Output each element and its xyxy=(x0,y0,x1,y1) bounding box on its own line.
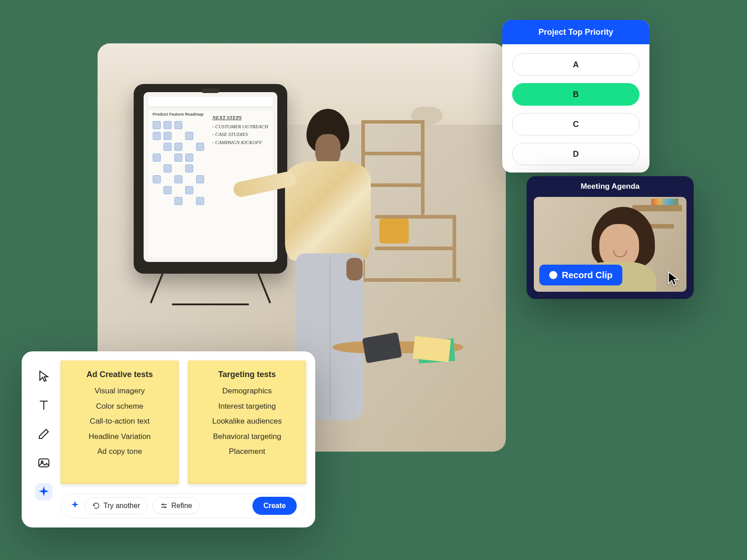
sticky-2-title: Targeting tests xyxy=(194,369,300,381)
handwritten-notes: NEXT STEPS - CUSTOMER OUTREACH - CASE ST… xyxy=(212,114,268,146)
poll-title: Project Top Priority xyxy=(502,20,649,44)
poll-option-a[interactable]: A xyxy=(512,53,640,76)
create-button[interactable]: Create xyxy=(252,497,297,515)
refine-button[interactable]: Refine xyxy=(152,497,200,514)
try-another-button[interactable]: Try another xyxy=(84,497,148,514)
refresh-icon xyxy=(92,502,100,510)
pen-tool[interactable] xyxy=(35,425,52,443)
image-tool[interactable] xyxy=(35,454,52,471)
text-tool[interactable] xyxy=(35,397,52,414)
cursor-icon xyxy=(668,271,680,285)
sticky-note-2[interactable]: Targeting tests Demographics Interest ta… xyxy=(188,360,306,484)
sparkle-icon xyxy=(70,500,80,512)
poll-option-b[interactable]: B xyxy=(512,83,640,106)
ai-panel: Ad Creative tests Visual imagery Color s… xyxy=(22,351,315,527)
poll-card: Project Top Priority A B C D xyxy=(502,20,649,173)
video-preview: Record Clip xyxy=(534,197,686,292)
sliders-icon xyxy=(160,502,168,510)
toolbar xyxy=(31,360,57,518)
video-title: Meeting Agenda xyxy=(527,176,694,197)
ai-tool[interactable] xyxy=(35,483,52,500)
pointer-tool[interactable] xyxy=(35,368,52,385)
poll-option-c[interactable]: C xyxy=(512,113,640,135)
sticky-note-1[interactable]: Ad Creative tests Visual imagery Color s… xyxy=(61,360,179,484)
record-clip-button[interactable]: Record Clip xyxy=(539,265,622,285)
video-card: Meeting Agenda Record Clip xyxy=(527,176,694,299)
sticky-1-title: Ad Creative tests xyxy=(67,369,173,381)
svg-rect-0 xyxy=(39,459,49,467)
record-icon xyxy=(549,271,557,279)
ai-action-bar: Try another Refine Create xyxy=(61,493,306,518)
record-label: Record Clip xyxy=(562,270,612,280)
board-title: Product Feature Roadmap xyxy=(153,112,204,117)
poll-option-d[interactable]: D xyxy=(512,143,640,165)
